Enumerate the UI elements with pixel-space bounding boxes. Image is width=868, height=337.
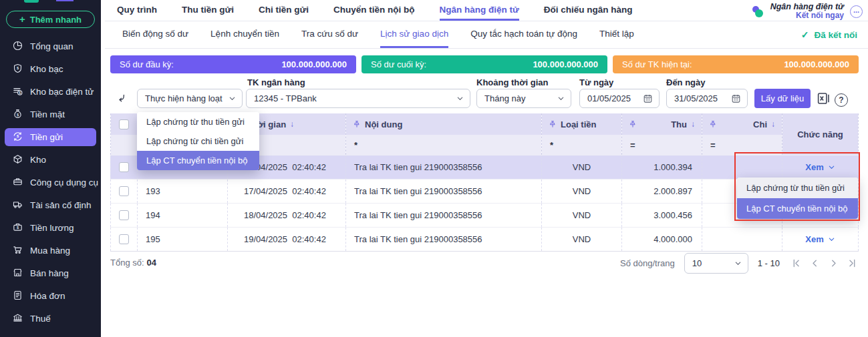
bank-account-select[interactable]: 12345 - TPBank [246, 89, 470, 108]
fetch-data-button[interactable]: Lấy dữ liệu [754, 89, 811, 108]
tab-doi-chieu-ngan-hang[interactable]: Đối chiếu ngân hàng [544, 0, 633, 21]
sidebar-item-tien-mat[interactable]: $Tiền mặt [5, 105, 96, 123]
batch-action-menu: Lập chứng từ thu tiền gửiLập chứng từ ch… [137, 112, 259, 170]
column-header-action[interactable]: Chức năng [782, 113, 858, 155]
sidebar-item-thue[interactable]: Thuế [5, 310, 96, 328]
cell-currency: VND [541, 204, 621, 227]
subtab-thiet-lap[interactable]: Thiết lập [599, 21, 634, 48]
column-header-check [111, 113, 137, 135]
logo-fragment-purple [56, 0, 74, 1]
to-date-label: Đến ngày [666, 77, 706, 87]
first-page-icon[interactable] [789, 257, 803, 270]
sidebar-item-kho[interactable]: Kho [5, 151, 96, 169]
row-checkbox[interactable] [119, 162, 129, 172]
pie-chart-icon [12, 40, 23, 53]
filter-cell-content[interactable]: * [346, 135, 541, 155]
column-header-currency[interactable]: Loại tiền [542, 113, 621, 135]
previous-page-icon[interactable] [808, 257, 821, 270]
header-col-debit: Chi↓= [702, 113, 782, 155]
sidebar-item-tien-gui[interactable]: $Tiền gửi [5, 128, 96, 146]
row-checkbox[interactable] [119, 234, 129, 244]
sidebar-item-ban-hang[interactable]: Bán hàng [5, 264, 96, 282]
cash-icon: $ [12, 108, 23, 121]
help-icon[interactable]: ? [835, 89, 848, 108]
export-excel-icon[interactable] [816, 89, 831, 108]
total-count-label: Tổng số: [110, 258, 144, 268]
summary-row: Số dư đầu kỳ:100.000.000.000Số dư cuối k… [110, 55, 859, 73]
check-icon: ✓ [801, 29, 809, 40]
pin-icon[interactable] [353, 120, 361, 128]
bank-account-value: 12345 - TPBank [254, 93, 317, 103]
sidebar-item-tai-san-co-dinh[interactable]: Tài sản cố định [5, 196, 96, 214]
from-date-input[interactable]: 01/05/2025 [579, 89, 660, 108]
menu-item-lap-chung-tu-chi-tien-gui[interactable]: Lập chứng từ chi tiền gửi [137, 131, 259, 151]
cell-time: 19/04/2025 02:40:42 [227, 228, 345, 251]
deposit-icon: $ [12, 131, 23, 144]
menu-item-lap-chung-tu-thu-tien-gui[interactable]: Lập chứng từ thu tiền gửi [737, 178, 858, 198]
row-action-view[interactable]: Xem [805, 234, 835, 244]
bank-account-label: TK ngân hàng [247, 77, 305, 87]
batch-action-select[interactable]: Thực hiện hàng loạt [137, 89, 243, 108]
filter-cell-debit[interactable]: = [702, 135, 782, 155]
tab-quy-trinh[interactable]: Quy trình [117, 0, 157, 21]
sidebar-item-tien-luong[interactable]: $Tiền lương [5, 219, 96, 237]
pin-icon[interactable] [629, 120, 637, 128]
row-action-view[interactable]: Xem [805, 162, 835, 172]
to-date-input[interactable]: 31/05/2025 [666, 89, 748, 108]
sort-desc-icon[interactable]: ↓ [691, 119, 695, 129]
cell-id: 194 [137, 204, 227, 227]
tab-chi-tien-gui[interactable]: Chi tiền gửi [259, 0, 309, 21]
cell-debit [702, 228, 782, 251]
last-page-icon[interactable] [845, 257, 859, 270]
subtab-tra-cuu-so-du[interactable]: Tra cứu số dư [301, 21, 358, 48]
svg-text:$: $ [17, 66, 19, 70]
reorder-arrow-icon[interactable] [114, 89, 129, 108]
filter-operator: * [550, 140, 553, 150]
rows-per-page-select[interactable]: 10 [684, 253, 748, 274]
sidebar-item-label: Tiền mặt [30, 109, 65, 119]
pin-icon[interactable] [549, 120, 557, 128]
column-header-content[interactable]: Nội dung [346, 113, 541, 135]
menu-item-lap-ct-chuyen-tien-noi-bo[interactable]: Lập CT chuyển tiền nội bộ [737, 198, 858, 219]
row-checkbox[interactable] [119, 210, 129, 220]
sidebar-item-mua-hang[interactable]: Mua hàng [5, 242, 96, 260]
menu-item-lap-ct-chuyen-tien-noi-bo[interactable]: Lập CT chuyển tiền nội bộ [137, 151, 259, 170]
column-header-credit[interactable]: Thu↓ [622, 113, 702, 135]
menu-item-lap-chung-tu-thu-tien-gui[interactable]: Lập chứng từ thu tiền gửi [137, 112, 259, 131]
ebank-widget: Ngân hàng điện tử Kết nối ngay ... [752, 1, 863, 21]
sort-desc-icon[interactable]: ↓ [771, 119, 775, 129]
sidebar-item-kho-bac[interactable]: $Kho bạc [5, 60, 96, 78]
select-all-checkbox[interactable] [119, 119, 129, 129]
period-select[interactable]: Tháng này [476, 89, 571, 108]
subtab-lenh-chuyen-tien[interactable]: Lệnh chuyển tiền [210, 21, 279, 48]
sidebar-item-kho-bac-dien-tu[interactable]: $Kho bạc điện tử [5, 83, 96, 101]
tax-icon [12, 312, 23, 326]
subtab-lich-su-giao-dich[interactable]: Lịch sử giao dịch [380, 21, 448, 48]
page-range: 1 - 10 [758, 258, 780, 268]
subtab-bien-dong-so-du[interactable]: Biến động số dư [122, 21, 188, 48]
sidebar-item-hoa-don[interactable]: Hóa đơn [5, 287, 96, 305]
quick-add-button[interactable]: + Thêm nhanh [6, 11, 95, 28]
sort-desc-icon[interactable]: ↓ [290, 119, 294, 129]
row-checkbox[interactable] [119, 186, 129, 196]
cell-check [110, 180, 137, 203]
pin-icon[interactable] [709, 120, 717, 128]
sidebar-item-tong-quan[interactable]: Tổng quan [5, 37, 96, 55]
connect-now-link[interactable]: Kết nối ngay [796, 11, 844, 21]
filter-cell-credit[interactable]: = [622, 135, 702, 155]
next-page-icon[interactable] [827, 257, 840, 270]
svg-text:$: $ [17, 134, 19, 138]
rows-per-page-label: Số dòng/trang [620, 258, 675, 268]
cell-currency: VND [541, 228, 621, 251]
cell-action: Xem [782, 155, 859, 179]
column-header-debit[interactable]: Chi↓ [702, 113, 782, 135]
summary-card-value: 100.000.000.000 [784, 59, 849, 69]
filter-cell-currency[interactable]: * [542, 135, 621, 155]
tab-ngan-hang-dien-tu[interactable]: Ngân hàng điện tử [440, 0, 519, 21]
sidebar-item-cong-cu-dung-cu[interactable]: Công cụ dụng cụ [5, 174, 96, 192]
subtab-quy-tac-hach-toan-tu-dong[interactable]: Quy tắc hạch toán tự động [470, 21, 577, 48]
chevron-down-icon [828, 163, 835, 171]
tab-thu-tien-gui[interactable]: Thu tiền gửi [182, 0, 234, 21]
more-options-icon[interactable]: ... [850, 5, 863, 18]
tab-chuyen-tien-noi-bo[interactable]: Chuyển tiền nội bộ [333, 0, 415, 21]
